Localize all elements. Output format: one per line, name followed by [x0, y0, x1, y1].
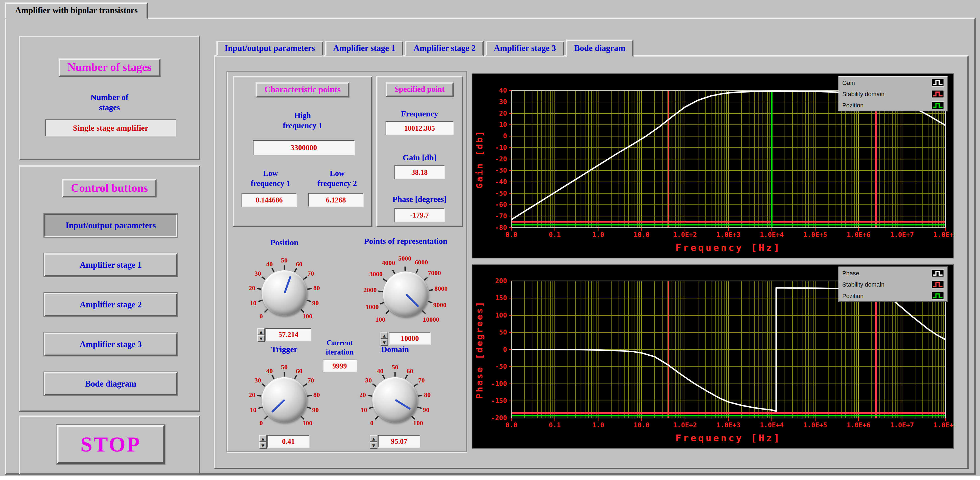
low-frequency-1-label: Low frequency 1 [239, 169, 302, 189]
domain-value[interactable]: 95.07 [378, 435, 420, 448]
position-value[interactable]: 57.214 [266, 328, 312, 341]
svg-text:-50: -50 [495, 189, 507, 197]
control-buttons-title: Control buttons [62, 179, 157, 197]
points-scale-tick [386, 310, 390, 314]
phase-legend-item-pozition[interactable]: Pozition [839, 290, 947, 301]
gain-legend-item-stability-domain[interactable]: Stability domain [839, 88, 947, 99]
stages-value: Single stage amplifier [45, 119, 176, 137]
domain-spinner[interactable]: ▲▼ [370, 435, 377, 448]
trigger-scale-tick [303, 383, 307, 386]
svg-text:0.1: 0.1 [549, 421, 561, 429]
stop-button-label: STOP [80, 432, 141, 456]
position-knob-title: Position [231, 238, 338, 248]
control-button-amplifier-stage-1[interactable]: Amplifier stage 1 [44, 253, 177, 277]
position-scale-tick [261, 276, 266, 280]
svg-text:150: 150 [495, 294, 507, 302]
svg-text:1.0E+3: 1.0E+3 [717, 421, 740, 429]
trigger-scale-label-40: 40 [266, 367, 273, 374]
waveform-icon [931, 291, 944, 300]
svg-text:-70: -70 [495, 212, 507, 220]
domain-scale-label-20: 20 [360, 391, 366, 398]
position-spin-up-icon[interactable]: ▲ [257, 328, 265, 335]
tab-amplifier-stage-1[interactable]: Amplifier stage 1 [325, 41, 403, 56]
tab-amplifier-stage-3[interactable]: Amplifier stage 3 [486, 41, 564, 56]
control-button-amplifier-stage-3[interactable]: Amplifier stage 3 [44, 332, 177, 356]
position-spin-down-icon[interactable]: ▼ [257, 335, 265, 342]
position-scale-label-10: 10 [250, 300, 256, 307]
gain-bode-chart[interactable]: -80-70-60-50-40-30-20-100102030400.00.11… [472, 73, 954, 258]
domain-scale-tick [368, 395, 372, 397]
trigger-spin-down-icon[interactable]: ▼ [259, 442, 267, 449]
svg-text:10.0: 10.0 [633, 421, 649, 429]
position-scale-label-90: 90 [312, 300, 319, 307]
points-scale-label-4000: 4000 [382, 259, 395, 266]
current-iteration-label: Current iteration [314, 338, 365, 357]
position-scale-label-0: 0 [259, 313, 263, 319]
high-frequency-value: 3300000 [253, 140, 355, 155]
domain-scale-tick [375, 416, 379, 420]
points-scale-tick [428, 300, 432, 303]
points-spin-up-icon[interactable]: ▲ [380, 332, 388, 339]
tab-input-output-parameters[interactable]: Input/output parameters [216, 41, 323, 56]
points-scale-label-1000: 1000 [366, 303, 379, 310]
gain-legend-item-gain[interactable]: Gain [839, 77, 947, 88]
domain-spin-down-icon[interactable]: ▼ [370, 442, 377, 449]
position-scale-tick [303, 276, 307, 280]
high-frequency-label: High frequency 1 [234, 111, 371, 131]
svg-text:-80: -80 [495, 224, 507, 232]
window-tab-label: Amplifier with bipolar transistors [15, 6, 138, 16]
tab-amplifier-stage-2[interactable]: Amplifier stage 2 [406, 41, 484, 56]
control-button-input-output-parameters[interactable]: Input/output parameters [44, 214, 177, 237]
phase-legend-item-stability-domain[interactable]: Stability domain [839, 279, 947, 290]
svg-text:1.0E+5: 1.0E+5 [803, 421, 827, 429]
tab-bode-diagram[interactable]: Bode diagram [566, 40, 633, 57]
points-scale-tick [415, 269, 418, 273]
domain-scale-tick [414, 383, 418, 386]
points-value-row: ▲▼10000 [380, 332, 431, 345]
position-scale-label-60: 60 [296, 260, 302, 267]
phase-bode-chart[interactable]: -200-150-100-500501001502000.00.11.010.0… [472, 264, 954, 449]
points-value[interactable]: 10000 [389, 332, 431, 345]
svg-text:0.0: 0.0 [506, 421, 517, 429]
trigger-scale-tick [307, 395, 312, 397]
gain-legend-item-pozition[interactable]: Pozition [839, 99, 947, 111]
control-button-bode-diagram[interactable]: Bode diagram [44, 372, 177, 395]
stages-group-title: Number of stages [59, 58, 161, 77]
domain-scale-label-90: 90 [423, 407, 430, 413]
points-spinner[interactable]: ▲▼ [380, 332, 388, 345]
window-tab[interactable]: Amplifier with bipolar transistors [5, 2, 148, 19]
trigger-value[interactable]: 0.41 [267, 435, 310, 448]
position-scale-tick [264, 309, 268, 313]
domain-value-row: ▲▼95.07 [370, 435, 420, 448]
specified-frequency-label: Frequency [377, 109, 461, 119]
position-scale-tick [306, 299, 311, 302]
trigger-spinner[interactable]: ▲▼ [259, 435, 267, 448]
waveform-icon [931, 90, 944, 98]
phase-legend: PhaseStability domainPozition [838, 267, 948, 302]
trigger-scale-label-30: 30 [255, 377, 261, 384]
svg-text:-60: -60 [495, 201, 507, 208]
points-scale-tick [424, 277, 428, 281]
position-knob[interactable]: Position0102030405060708090100▲▼57.214 [231, 238, 338, 342]
svg-text:10.0: 10.0 [633, 231, 649, 238]
trigger-scale-label-50: 50 [281, 364, 288, 370]
control-button-amplifier-stage-2[interactable]: Amplifier stage 2 [44, 293, 177, 316]
specified-phase-label: Phase [degrees] [377, 194, 461, 204]
domain-spin-up-icon[interactable]: ▲ [370, 435, 377, 442]
svg-text:-40: -40 [495, 178, 507, 186]
specified-point-title: Specified point [386, 83, 453, 97]
position-spinner[interactable]: ▲▼ [257, 328, 265, 341]
current-iteration-block: Current iteration 9999 [314, 338, 365, 376]
trigger-spin-up-icon[interactable]: ▲ [259, 435, 267, 442]
phase-legend-item-phase[interactable]: Phase [839, 267, 947, 278]
waveform-icon [931, 78, 944, 87]
points-of-representation-knob[interactable]: Points of representation1001000200030004… [343, 237, 469, 346]
specified-frequency-value: 10012.305 [386, 121, 454, 135]
svg-text:40: 40 [499, 87, 507, 94]
trigger-scale-label-10: 10 [250, 407, 256, 413]
position-knob-dial[interactable] [262, 270, 307, 316]
svg-text:1.0: 1.0 [592, 231, 604, 238]
svg-text:-20: -20 [495, 155, 507, 163]
domain-scale-tick [405, 375, 408, 379]
stop-button[interactable]: STOP [57, 425, 165, 464]
